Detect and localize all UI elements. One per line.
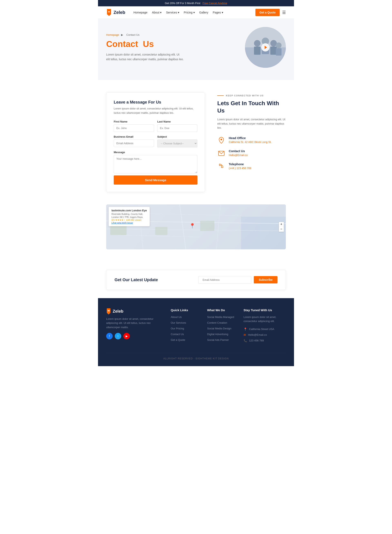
message-textarea[interactable]	[114, 155, 197, 173]
newsletter-email-input[interactable]	[198, 276, 251, 284]
contact-form-card: Leave a Message For Us Lorem ipsum dolor…	[106, 92, 205, 192]
newsletter-form: Subscribe	[198, 276, 277, 284]
footer-grid: Zeleb Lorem ipsum dolor sit amet, consec…	[106, 308, 286, 345]
footer-stay-tuned: Stay Tuned With Us Lorem ipsum dolor sit…	[243, 308, 286, 345]
last-name-group: Last Name	[157, 120, 197, 132]
view-map-link[interactable]: Lihat peta lebih besar	[112, 222, 133, 224]
list-item: Social Media Design	[207, 327, 235, 330]
list-item: About Us	[171, 315, 199, 319]
svg-point-2	[254, 40, 261, 47]
list-item: Social Ads Panner	[207, 338, 235, 342]
first-name-label: First Name	[114, 120, 154, 123]
keep-connected-text: KEEP CONNECTED WITH US	[226, 94, 264, 97]
map-zoom-controls: + −	[279, 222, 284, 232]
quick-link-contact[interactable]: Contact Us	[171, 333, 184, 336]
quick-link-about[interactable]: About Us	[171, 315, 182, 319]
svg-rect-3	[254, 47, 261, 55]
keep-connected: KEEP CONNECTED WITH US	[217, 94, 286, 97]
quick-links-list: About Us Our Services Our Pricing Contac…	[171, 315, 199, 342]
footer-location-icon: 📍	[243, 328, 247, 331]
footer-logo-icon	[106, 308, 111, 314]
subject-group: Subject -- Choose Subject-- General Inqu…	[157, 135, 197, 147]
quick-link-quote[interactable]: Get a Quote	[171, 338, 185, 342]
hamburger-icon[interactable]: ☰	[282, 10, 286, 15]
map-section: 📍 lastminute.com London Eye Riverside Bu…	[98, 204, 294, 262]
footer-phone-icon: 📞	[243, 339, 247, 342]
subject-select[interactable]: -- Choose Subject-- General Inquiry Supp…	[157, 140, 197, 147]
map-overlay-address: Riverside Building, County Hall,London S…	[112, 213, 147, 219]
hero-image-bg	[245, 27, 286, 68]
head-office-label: Head Office	[229, 136, 271, 140]
breadcrumb-home[interactable]: Homepage	[106, 33, 119, 36]
subject-label: Subject	[157, 135, 197, 138]
contact-us-item: Contact Us Hello@Email.co	[217, 149, 286, 157]
facebook-icon[interactable]: f	[106, 333, 113, 339]
zoom-in-button[interactable]: +	[279, 222, 284, 227]
message-label: Message	[114, 151, 197, 154]
breadcrumb: Homepage ▶ Contact Us	[106, 33, 245, 36]
first-name-input[interactable]	[114, 124, 154, 132]
svg-point-8	[276, 42, 282, 48]
logo-icon	[106, 9, 112, 16]
map-review-count: 148 282 ulasan	[126, 219, 141, 221]
footer-logo: Zeleb	[106, 308, 163, 314]
banner-link[interactable]: Free Cancel Anytime	[203, 2, 227, 5]
email-input[interactable]	[114, 140, 154, 147]
form-title: Leave a Message For Us	[114, 100, 197, 105]
service-social-design[interactable]: Social Media Design	[207, 327, 232, 330]
contact-info-title: Lets Get In Touch With Us	[217, 100, 286, 115]
social-icons: f t ▶	[106, 333, 163, 339]
footer-email-item: ✉ Hello@Email.co	[243, 333, 286, 337]
map-rating-value: 4.5	[112, 219, 115, 221]
service-content-creation[interactable]: Content Creation	[207, 321, 227, 324]
nav-pricing[interactable]: Pricing ▾	[184, 11, 195, 14]
zoom-out-button[interactable]: −	[279, 227, 284, 232]
send-message-button[interactable]: Send Message	[114, 175, 197, 185]
svg-rect-9	[276, 48, 282, 56]
service-social-ads[interactable]: Social Ads Panner	[207, 338, 229, 342]
svg-rect-23	[200, 221, 214, 231]
twitter-icon[interactable]: t	[115, 333, 121, 339]
footer-address: California Street USA	[249, 328, 274, 331]
email-label: Business Email	[114, 135, 154, 138]
quick-links-title: Quick Links	[171, 308, 199, 312]
nav-gallery[interactable]: Gallery	[199, 11, 208, 14]
hero-title-highlight: Us	[143, 39, 154, 49]
first-name-group: First Name	[114, 120, 154, 132]
list-item: Our Pricing	[171, 327, 199, 330]
svg-rect-22	[155, 227, 168, 235]
service-social-managed[interactable]: Social Media Managed	[207, 315, 234, 319]
nav-pages[interactable]: Pages ▾	[213, 11, 223, 14]
nav-about[interactable]: About ▾	[152, 11, 162, 14]
footer-address-item: 📍 California Street USA	[243, 328, 286, 331]
map-overlay-card: lastminute.com London Eye Riverside Buil…	[109, 207, 150, 226]
footer-brand: Zeleb Lorem ipsum dolor sit amet, consec…	[106, 308, 163, 345]
what-we-do-title: What We Do	[207, 308, 235, 312]
last-name-label: Last Name	[157, 120, 197, 123]
keep-connected-line	[217, 95, 224, 96]
footer-phone: 123 456 789	[249, 339, 264, 342]
nav-homepage[interactable]: Homepage	[133, 11, 147, 14]
quick-link-services[interactable]: Our Services	[171, 321, 186, 324]
nav-cta-button[interactable]: Get a Quote	[255, 9, 280, 16]
subscribe-button[interactable]: Subscribe	[254, 276, 277, 283]
form-row-name: First Name Last Name	[114, 120, 197, 132]
contact-section: Leave a Message For Us Lorem ipsum dolor…	[98, 80, 294, 204]
head-office-item: Head Office California St. 42 ABC Block …	[217, 136, 286, 144]
head-office-value: California St. 42 ABC Block Long St.	[229, 141, 271, 144]
youtube-icon[interactable]: ▶	[123, 333, 130, 339]
quick-link-pricing[interactable]: Our Pricing	[171, 327, 184, 330]
nav-services[interactable]: Services ▾	[166, 11, 179, 14]
telephone-value: (+44 ) 123 456 789	[229, 167, 251, 170]
last-name-input[interactable]	[157, 124, 197, 132]
list-item: Social Media Managed	[207, 315, 235, 319]
breadcrumb-separator: ▶	[121, 33, 123, 36]
contact-info-desc: Lorem ipsum dolor sit amet, consectetur …	[217, 117, 286, 130]
telephone-text: Telephone (+44 ) 123 456 789	[229, 162, 251, 170]
service-digital-advertising[interactable]: Digital Advertising	[207, 333, 228, 336]
play-button[interactable]	[261, 43, 270, 52]
footer-email-icon: ✉	[243, 333, 246, 337]
hero-section: Homepage ▶ Contact Us Contact Us Lorem i…	[98, 19, 294, 80]
logo[interactable]: Zeleb	[106, 9, 125, 16]
stay-tuned-desc: Lorem ipsum dolor sit amet, consectetur …	[243, 315, 286, 324]
